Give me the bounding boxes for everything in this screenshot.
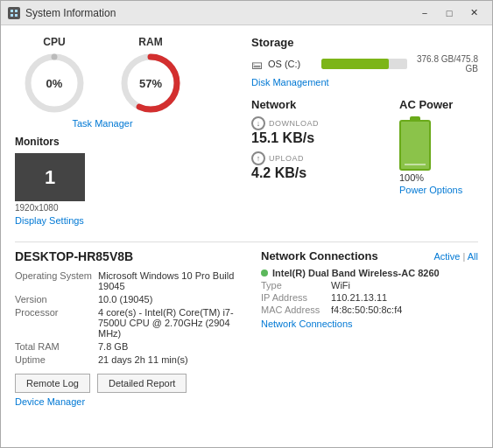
ac-power-label: AC Power: [399, 98, 453, 111]
window-controls: − □ ✕: [413, 4, 485, 22]
info-key-uptime: Uptime: [15, 354, 98, 365]
cpu-percent: 0%: [46, 77, 63, 90]
upload-item: ↑ UPLOAD 4.2 KB/s: [251, 151, 385, 181]
info-row-processor: Processor 4 core(s) - Intel(R) Core(TM) …: [15, 307, 247, 339]
power-options-link[interactable]: Power Options: [399, 185, 462, 195]
left-panel: CPU 0% RAM: [15, 36, 251, 226]
task-manager-link[interactable]: Task Manager: [15, 118, 190, 129]
cpu-label: CPU: [43, 36, 65, 48]
download-item: ↓ DOWNLOAD 15.1 KB/s: [251, 116, 385, 146]
nc-val-mac: f4:8c:50:50:8c:f4: [331, 304, 402, 315]
network-connections-panel: Network Connections Active | All Intel(R…: [261, 249, 478, 407]
storage-label: Storage: [251, 36, 478, 49]
ram-percent: 57%: [139, 77, 162, 90]
monitors-label: Monitors: [15, 136, 251, 148]
upload-arrow-icon: ↑: [251, 151, 265, 165]
cpu-gauge: CPU 0%: [15, 36, 94, 115]
info-row-os: Operating System Microsoft Windows 10 Pr…: [15, 270, 247, 291]
nc-header: Network Connections Active | All: [261, 249, 478, 262]
ram-gauge: RAM 57%: [111, 36, 190, 115]
right-panel: Storage 🖴 OS (C:) 376.8 GB/475.8 GB Disk…: [251, 36, 478, 226]
storage-bar: [321, 59, 389, 69]
network-section: Network ↓ DOWNLOAD 15.1 KB/s ↑ UPLOAD: [251, 98, 385, 195]
ac-power-section: AC Power 100% Power Options: [399, 98, 478, 195]
app-icon: [8, 7, 20, 19]
net-power-row: Network ↓ DOWNLOAD 15.1 KB/s ↑ UPLOAD: [251, 98, 478, 195]
nc-detail-mac: MAC Address f4:8c:50:50:8c:f4: [261, 304, 478, 315]
nc-val-type: WiFi: [331, 280, 350, 290]
download-value: 15.1 KB/s: [251, 130, 385, 146]
network-label: Network: [251, 98, 385, 111]
window-title: System Information: [25, 7, 413, 19]
device-manager-link[interactable]: Device Manager: [15, 396, 247, 407]
bottom-section: DESKTOP-HR85V8B Operating System Microso…: [15, 249, 478, 407]
cpu-circle: 0%: [23, 52, 86, 115]
battery-percent: 100%: [399, 172, 424, 183]
minimize-button[interactable]: −: [413, 4, 436, 22]
nc-filter: Active | All: [433, 251, 478, 262]
monitors-section: Monitors 1 1920x1080 Display Settings: [15, 136, 251, 226]
info-key-os: Operating System: [15, 270, 98, 281]
nc-adapter-item: Intel(R) Dual Band Wireless-AC 8260: [261, 268, 478, 278]
nc-detail-type: Type WiFi: [261, 280, 478, 290]
ram-label: RAM: [138, 36, 162, 48]
info-key-processor: Processor: [15, 307, 98, 318]
nc-filter-active[interactable]: Active: [433, 251, 460, 262]
nc-key-ip: IP Address: [261, 292, 331, 303]
network-connections-link[interactable]: Network Connections: [261, 318, 478, 329]
info-val-uptime: 21 days 2h 11 min(s): [98, 354, 247, 365]
storage-section: Storage 🖴 OS (C:) 376.8 GB/475.8 GB Disk…: [251, 36, 478, 88]
info-row-version: Version 10.0 (19045): [15, 294, 247, 304]
section-divider: [15, 242, 478, 242]
title-bar: System Information − □ ✕: [1, 1, 492, 25]
download-sublabel: DOWNLOAD: [269, 119, 319, 128]
info-val-os: Microsoft Windows 10 Pro Build 19045: [98, 270, 247, 291]
upload-value: 4.2 KB/s: [251, 165, 385, 181]
storage-bar-wrap: [321, 59, 407, 69]
monitor-display: 1: [15, 153, 85, 201]
upload-sublabel: UPLOAD: [269, 154, 304, 163]
ram-circle: 57%: [119, 52, 182, 115]
download-arrow-icon: ↓: [251, 116, 265, 130]
monitor-resolution: 1920x1080: [15, 203, 251, 213]
info-val-version: 10.0 (19045): [98, 294, 247, 304]
storage-icon: 🖴: [251, 58, 263, 71]
info-key-version: Version: [15, 294, 98, 304]
info-key-ram: Total RAM: [15, 341, 98, 352]
close-button[interactable]: ✕: [462, 4, 485, 22]
top-section: CPU 0% RAM: [15, 36, 478, 226]
system-info-panel: DESKTOP-HR85V8B Operating System Microso…: [15, 249, 247, 407]
action-buttons: Remote Log Detailed Report: [15, 374, 247, 393]
svg-rect-0: [11, 10, 13, 12]
display-settings-link[interactable]: Display Settings: [15, 215, 251, 226]
nc-detail-ip: IP Address 110.21.13.11: [261, 292, 478, 303]
svg-rect-3: [15, 14, 18, 17]
storage-drive-row: 🖴 OS (C:) 376.8 GB/475.8 GB: [251, 54, 478, 74]
nc-key-mac: MAC Address: [261, 304, 331, 315]
nc-status-dot: [261, 270, 268, 276]
info-row-uptime: Uptime 21 days 2h 11 min(s): [15, 354, 247, 365]
remote-log-button[interactable]: Remote Log: [15, 374, 90, 393]
main-window: System Information − □ ✕ CPU: [0, 0, 493, 448]
nc-val-ip: 110.21.13.11: [331, 292, 387, 303]
system-name: DESKTOP-HR85V8B: [15, 249, 247, 263]
main-content: CPU 0% RAM: [1, 25, 492, 447]
disk-management-link[interactable]: Disk Management: [251, 77, 478, 88]
maximize-button[interactable]: □: [438, 4, 461, 22]
info-row-ram: Total RAM 7.8 GB: [15, 341, 247, 352]
monitor-count: 1: [45, 166, 55, 189]
nc-key-type: Type: [261, 280, 331, 290]
nc-filter-all[interactable]: All: [468, 251, 478, 262]
svg-rect-2: [11, 14, 13, 17]
system-info-table: Operating System Microsoft Windows 10 Pr…: [15, 270, 247, 365]
cpu-ram-row: CPU 0% RAM: [15, 36, 251, 115]
info-val-processor: 4 core(s) - Intel(R) Core(TM) i7-7500U C…: [98, 307, 247, 339]
info-val-ram: 7.8 GB: [98, 341, 247, 352]
drive-name: OS (C:): [268, 59, 316, 69]
detailed-report-button[interactable]: Detailed Report: [97, 374, 187, 393]
nc-adapter-name: Intel(R) Dual Band Wireless-AC 8260: [272, 268, 440, 278]
svg-rect-1: [15, 10, 18, 12]
nc-title: Network Connections: [261, 249, 378, 262]
storage-size: 376.8 GB/475.8 GB: [412, 54, 478, 74]
battery-icon: [399, 120, 431, 171]
